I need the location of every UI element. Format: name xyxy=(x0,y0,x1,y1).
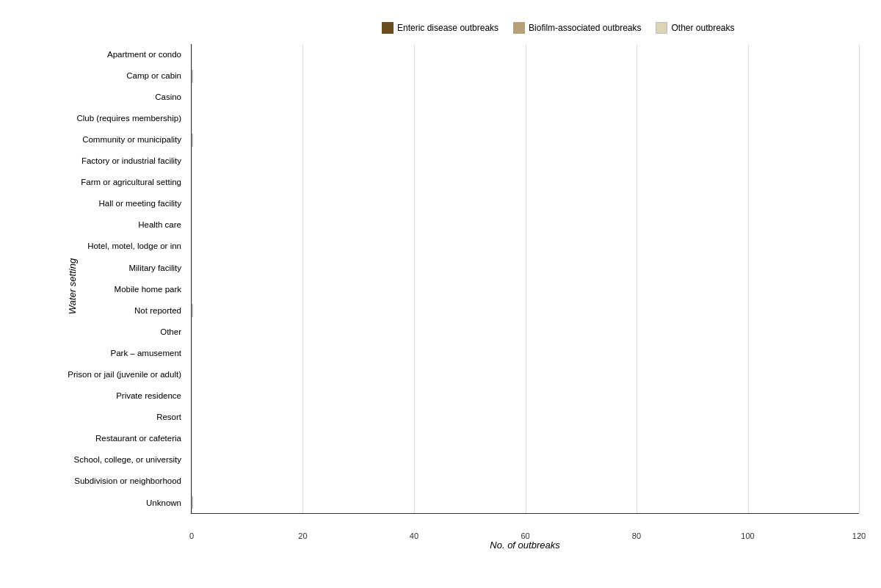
y-category-label: Private residence xyxy=(116,391,181,402)
grid-line xyxy=(859,44,860,513)
y-category-label: Hotel, motel, lodge or inn xyxy=(87,242,181,252)
legend-other-box xyxy=(656,22,667,34)
grid-line xyxy=(637,44,637,513)
y-category-label: Military facility xyxy=(128,264,181,274)
y-category-label: Hall or meeting facility xyxy=(99,199,181,209)
y-category-label: School, college, or university xyxy=(74,455,181,465)
x-axis-title: No. of outbreaks xyxy=(191,540,859,551)
bars-section: Apartment or condoCamp or cabinCasinoClu… xyxy=(191,44,859,514)
bar-row xyxy=(192,134,193,147)
grid-lines xyxy=(192,44,859,513)
legend-biofilm-label: Biofilm-associated outbreaks xyxy=(529,23,641,33)
bar-row xyxy=(192,70,193,83)
y-category-label: Restaurant or cafeteria xyxy=(95,434,181,444)
y-category-label: Other xyxy=(160,327,181,338)
legend-enteric-box xyxy=(382,22,394,34)
y-category-label: Not reported xyxy=(134,306,181,316)
y-category-label: Casino xyxy=(155,92,181,103)
grid-line xyxy=(526,44,526,513)
y-category-label: Community or municipality xyxy=(82,135,181,145)
y-category-label: Factory or industrial facility xyxy=(81,156,181,167)
bar-other xyxy=(192,304,193,317)
grid-line xyxy=(414,44,415,513)
legend-enteric: Enteric disease outbreaks xyxy=(382,22,498,34)
y-category-label: Apartment or condo xyxy=(107,50,181,60)
bar-other xyxy=(192,134,193,147)
grid-line xyxy=(302,44,303,513)
y-category-label: Unknown xyxy=(146,498,181,509)
legend-other: Other outbreaks xyxy=(656,22,734,34)
bar-other xyxy=(192,70,193,83)
bars-wrapper: 020406080100120 xyxy=(191,44,859,514)
grid-line xyxy=(192,44,192,513)
y-category-label: Prison or jail (juvenile or adult) xyxy=(68,370,181,380)
y-category-label: Camp or cabin xyxy=(126,71,181,81)
legend: Enteric disease outbreaks Biofilm-associ… xyxy=(382,22,735,34)
chart-area: Enteric disease outbreaks Biofilm-associ… xyxy=(191,22,859,551)
bar-other xyxy=(192,496,193,509)
y-axis-labels: Apartment or condoCamp or cabinCasinoClu… xyxy=(29,44,187,514)
y-category-label: Club (requires membership) xyxy=(76,114,181,124)
y-category-label: Farm or agricultural setting xyxy=(81,178,181,188)
y-category-label: Mobile home park xyxy=(115,285,181,295)
legend-biofilm: Biofilm-associated outbreaks xyxy=(513,22,641,34)
legend-other-label: Other outbreaks xyxy=(671,23,734,33)
y-category-label: Resort xyxy=(156,413,181,423)
y-category-label: Health care xyxy=(138,220,181,231)
bar-row xyxy=(192,304,193,317)
legend-enteric-label: Enteric disease outbreaks xyxy=(397,23,498,33)
y-category-label: Subdivision or neighborhood xyxy=(74,476,181,487)
legend-biofilm-box xyxy=(513,22,525,34)
chart-container: Enteric disease outbreaks Biofilm-associ… xyxy=(0,0,881,588)
bar-row xyxy=(192,496,193,509)
y-category-label: Park – amusement xyxy=(110,349,181,359)
grid-line xyxy=(748,44,749,513)
